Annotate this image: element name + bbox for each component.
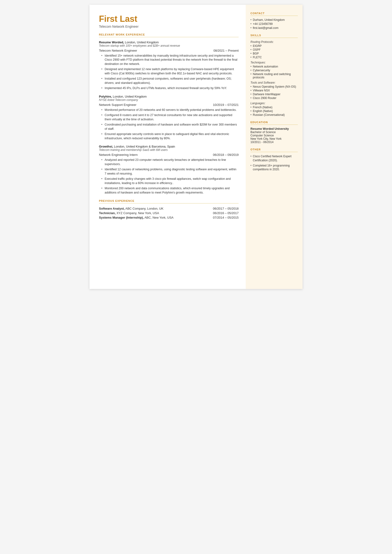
company-desc: Telecom training and membership SaaS wit… <box>99 148 239 152</box>
bullet-list: Monitored performance of 20 networks and… <box>99 108 239 141</box>
skill-item: Network routing and switching protocols <box>251 72 298 79</box>
bullet-item: Executed traffic policy changes with 3 c… <box>101 177 239 185</box>
bullet-item: Identified 15+ network vulnerabilities b… <box>101 54 239 66</box>
header-title: Telecom Network Engineer <box>99 25 239 28</box>
job-title: Network Engineering Intern <box>99 153 138 156</box>
other-item: Completed 16+ programming competitions i… <box>251 164 298 172</box>
skill-item: EIGRP <box>251 44 298 48</box>
edu-dates: 10/2011 - 06/2014 <box>251 141 298 144</box>
job-title: Network Support Engineer <box>99 103 136 107</box>
company-location: London, United Kingdom <box>125 41 159 44</box>
bullet-item: Monitored performance of 20 networks and… <box>101 108 239 112</box>
skill-item: VMware NSX <box>251 89 298 92</box>
prev-exp-dates: 07/2014 – 05/2015 <box>213 216 239 219</box>
left-column: First Last Telecom Network Engineer RELE… <box>90 5 246 289</box>
job-row: Network Engineering Intern 06/2018 – 09/… <box>99 153 239 156</box>
contact-section-title: CONTACT <box>251 12 298 16</box>
contact-email: first.last@gmail.com <box>251 26 298 30</box>
resume-page: First Last Telecom Network Engineer RELE… <box>90 5 302 289</box>
company-block-resume-worded: Resume Worded, London, United Kingdom Te… <box>99 41 239 91</box>
relevant-work-section-title: RELEVANT WORK EXPERIENCE <box>99 33 239 37</box>
skill-item: French (Native) <box>251 106 298 109</box>
bullet-item: Configured 8 routers and sent it to 27 t… <box>101 113 239 121</box>
skill-item: Nexus Operating System (NX-OS) <box>251 85 298 88</box>
other-section-title: OTHER <box>251 148 298 152</box>
skills-list-routing: EIGRP OSPF BGP FLETC <box>251 44 298 59</box>
prev-exp-title: Systems Manager (Internship), ABC, New Y… <box>99 216 174 219</box>
prev-exp-dates: 06/2016 – 05/2017 <box>213 211 239 215</box>
education-section-title: EDUCATION <box>251 121 298 125</box>
edu-degree: Bachelor of Science <box>251 130 298 134</box>
prev-exp-row: Technician, XYZ Company, New York, USA 0… <box>99 211 239 215</box>
company-name: Polyhire, <box>99 95 112 98</box>
skill-item: Dartware InterMapper <box>251 92 298 96</box>
company-desc: NYSE-listed Telecom company <box>99 98 239 102</box>
header-name: First Last <box>99 14 239 24</box>
skills-category-techniques: Techniques: <box>251 61 298 64</box>
contact-address: Durham, United Kingdom <box>251 18 298 21</box>
job-dates: 10/2019 – 07/2021 <box>213 103 239 107</box>
edu-location: New York City, New York <box>251 137 298 141</box>
skill-item: BGP <box>251 52 298 55</box>
job-row: Network Support Engineer 10/2019 – 07/20… <box>99 103 239 107</box>
company-name: Growthsi, <box>99 145 113 148</box>
job-title: Telecom Network Engineer <box>99 49 137 52</box>
company-desc: Telecom startup with 100+ employees and … <box>99 44 239 47</box>
other-item: Cisco Certified Network Expert Certifica… <box>251 154 298 163</box>
bullet-item: Identified 12 causes of networking probl… <box>101 167 239 176</box>
skill-item: Cisco 2900 Router <box>251 96 298 100</box>
contact-list: Durham, United Kingdom +44 123456789 fir… <box>251 18 298 30</box>
company-location: London, United Kingdom <box>113 95 147 98</box>
job-row: Telecom Network Engineer 08/2021 – Prese… <box>99 49 239 52</box>
bullet-item: Coordinated purchasing and installation … <box>101 123 239 131</box>
other-list: Cisco Certified Network Expert Certifica… <box>251 154 298 171</box>
skills-list-languages: French (Native) English (Native) Russian… <box>251 106 298 117</box>
right-column: CONTACT Durham, United Kingdom +44 12345… <box>246 5 302 289</box>
company-block-polyhire: Polyhire, London, United Kingdom NYSE-li… <box>99 95 239 141</box>
company-block-growthsi: Growthsi, London, United Kingdom & Barce… <box>99 145 239 195</box>
skill-item: Cybersecurity <box>251 69 298 72</box>
prev-exp-title: Technician, XYZ Company, New York, USA <box>99 211 159 215</box>
skill-item: Network automation <box>251 65 298 68</box>
bullet-item: Installed and configured 123 personal co… <box>101 77 239 85</box>
skill-item: Russian (Conversational) <box>251 113 298 117</box>
bullet-list: Identified 15+ network vulnerabilities b… <box>99 54 239 91</box>
bullet-list: Analyzed and reported 23 computer networ… <box>99 158 239 195</box>
skill-item: FLETC <box>251 56 298 59</box>
bullet-item: Ensured appropriate security controls we… <box>101 132 239 141</box>
skill-item: English (Native) <box>251 109 298 113</box>
skills-list-techniques: Network automation Cybersecurity Network… <box>251 65 298 79</box>
company-name-line: Polyhire, London, United Kingdom <box>99 95 239 98</box>
company-name: Resume Worded, <box>99 41 124 44</box>
bullet-item: Designed and implemented 12 new switch p… <box>101 67 239 76</box>
job-dates: 08/2021 – Present <box>214 49 239 52</box>
prev-exp-row: Software Analyst, ABC Company, London, U… <box>99 207 239 210</box>
company-name-line: Growthsi, London, United Kingdom & Barce… <box>99 145 239 148</box>
company-name-line: Resume Worded, London, United Kingdom <box>99 41 239 44</box>
bullet-item: Monitored 200 network and data communica… <box>101 186 239 195</box>
prev-exp-title: Software Analyst, ABC Company, London, U… <box>99 207 163 210</box>
job-dates: 06/2018 – 09/2019 <box>213 153 239 156</box>
skills-section-title: SKILLS <box>251 34 298 38</box>
bullet-item: Implemented 45 IPs, DLPs and UTMs featur… <box>101 86 239 91</box>
skills-list-tools: Nexus Operating System (NX-OS) VMware NS… <box>251 85 298 100</box>
prev-exp-row: Systems Manager (Internship), ABC, New Y… <box>99 216 239 219</box>
edu-school: Resume Worded University <box>251 127 298 130</box>
prev-exp-dates: 06/2017 – 05/2018 <box>213 207 239 210</box>
previous-exp-section-title: PREVIOUS EXPERIENCE <box>99 199 239 203</box>
skills-category-languages: Languages: <box>251 102 298 105</box>
skills-category-tools: Tools and Software: <box>251 81 298 84</box>
edu-field: Computer Science <box>251 134 298 137</box>
company-location: London, United Kingdom & Barcelona, Spai… <box>114 145 175 148</box>
contact-phone: +44 123456789 <box>251 22 298 26</box>
skills-category-routing: Routing Protocols: <box>251 40 298 43</box>
education-block: Resume Worded University Bachelor of Sci… <box>251 127 298 144</box>
bullet-item: Analyzed and reported 23 computer networ… <box>101 158 239 166</box>
skill-item: OSPF <box>251 48 298 51</box>
